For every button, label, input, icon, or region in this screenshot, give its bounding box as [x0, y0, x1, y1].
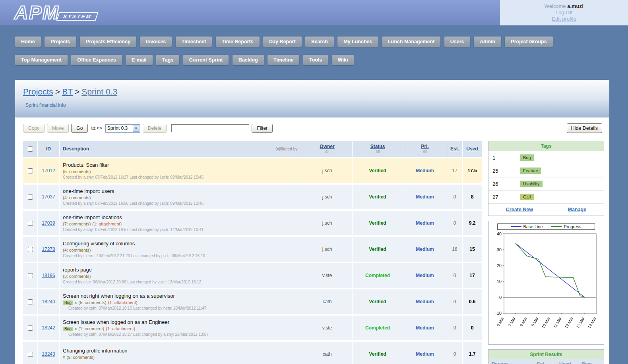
sort-owner[interactable]: Owner [320, 144, 334, 149]
delete-button[interactable]: Delete [143, 124, 167, 133]
issue-id-link[interactable]: 18196 [42, 273, 55, 278]
manage-tags-link[interactable]: Manage [568, 207, 587, 212]
filter-button[interactable]: Filter [252, 124, 273, 133]
sort-id[interactable]: ID [46, 146, 51, 152]
nav-tags[interactable]: Tags [156, 55, 179, 65]
nav-project-groups[interactable]: Project Groups [505, 37, 552, 47]
row-checkbox[interactable] [28, 352, 33, 357]
issue-used: 0 [463, 316, 482, 340]
issue-title: reports page [63, 267, 92, 273]
nav-admin[interactable]: Admin [474, 37, 501, 47]
sprint-financial-info-link[interactable]: Sprint financial info [25, 102, 66, 108]
nav-search[interactable]: Search [305, 37, 334, 47]
issue-id-link[interactable]: 17278 [42, 247, 55, 252]
sprint-results-title: Sprint Results [488, 350, 604, 359]
sort-used[interactable]: Used [466, 146, 478, 152]
log-off-link[interactable]: Log Off [556, 10, 572, 16]
issue-status: Verified [353, 185, 403, 209]
issue-used: 17.5 [463, 158, 482, 183]
issue-priority: Medium [403, 342, 447, 364]
nav-top-management[interactable]: Top Management [15, 55, 68, 65]
row-checkbox[interactable] [28, 195, 33, 200]
nav-users[interactable]: Users [444, 37, 470, 47]
row-checkbox[interactable] [28, 221, 33, 226]
move-button[interactable]: Move [47, 124, 69, 133]
issue-owner: v.ste [302, 263, 352, 288]
breadcrumb-sprint[interactable]: Sprint 0.3 [81, 87, 117, 96]
issue-owner: cath [302, 342, 352, 364]
sort-est[interactable]: Est. [450, 146, 459, 152]
sprint-results-panel: Sprint Results Person Est. Used Rem. [488, 349, 604, 364]
row-checkbox[interactable] [28, 325, 33, 331]
row-checkbox[interactable] [28, 273, 33, 278]
pri-filter-all: All [423, 150, 427, 154]
nav-timeline[interactable]: Timeline [267, 55, 299, 65]
owner-filter-all: All [325, 150, 329, 154]
nav-backlog[interactable]: Backlog [233, 55, 264, 65]
logo-subtext: SYSTEM [56, 12, 98, 21]
tags-panel: Tags 1 Bug 25 Feature 26 Usability 27 GU… [488, 141, 604, 216]
row-checkbox[interactable] [28, 299, 33, 304]
issue-owner: j.sch [302, 158, 352, 183]
sprint-select[interactable]: Sprint 0.3 ▼ [105, 124, 140, 133]
nav-current-sprint[interactable]: Current Sprint [183, 55, 229, 65]
issue-id-link[interactable]: 17039 [42, 220, 55, 226]
clear-filter-link[interactable]: x [277, 147, 279, 151]
sort-pri[interactable]: Pri. [421, 144, 428, 149]
nav-projects-efficiency[interactable]: Projects Efficiency [80, 37, 136, 47]
copy-button[interactable]: Copy [23, 124, 45, 133]
issue-owner: cath [302, 289, 352, 314]
nav-tools[interactable]: Tools [303, 55, 328, 65]
sort-description[interactable]: Description [63, 146, 89, 152]
breadcrumb-bt[interactable]: BT [62, 87, 73, 96]
breadcrumb-projects[interactable]: Projects [23, 87, 53, 96]
create-new-tag-link[interactable]: Create New [506, 207, 533, 212]
nav-invoices[interactable]: Invoices [140, 37, 172, 47]
col-used: Used [559, 361, 581, 364]
select-all-checkbox[interactable] [28, 146, 33, 152]
hide-details-button[interactable]: Hide Details [567, 123, 602, 133]
nav-day-report[interactable]: Day Report [263, 37, 302, 47]
svg-text:12 Mar: 12 Mar [564, 316, 574, 329]
nav-home[interactable]: Home [15, 37, 41, 47]
svg-text:10: 10 [497, 279, 502, 284]
nav-wiki[interactable]: Wiki [332, 55, 354, 65]
remove-tag-icon[interactable]: x [75, 327, 77, 331]
comments-count: (9: comments) [67, 355, 95, 360]
svg-text:10 Mar: 10 Mar [541, 316, 551, 329]
nav-projects[interactable]: Projects [45, 37, 76, 47]
filter-input[interactable] [171, 124, 249, 132]
go-button[interactable]: Go [71, 124, 88, 133]
nav-office-expances[interactable]: Office Expances [71, 55, 122, 65]
issue-used: 17 [463, 263, 482, 288]
burndown-chart-panel: Base Line Progress 403020100-106 Mar7 Ma… [488, 221, 604, 345]
remove-tag-icon[interactable]: x [63, 355, 65, 359]
nav-my-lunches[interactable]: My Lunches [337, 37, 378, 47]
issue-id-link[interactable]: 17037 [42, 194, 55, 200]
nav-timesheet[interactable]: Timesheet [176, 37, 212, 47]
issue-used: 0.6 [463, 289, 482, 314]
issue-id-link[interactable]: 17012 [42, 168, 55, 173]
row-checkbox[interactable] [28, 168, 33, 173]
edit-profile-link[interactable]: Edit profile [552, 16, 576, 22]
table-row: 17012 Products: Scan filter (5: comments… [23, 158, 482, 183]
issue-status: Verified [353, 158, 403, 183]
tag-row: 1 Bug [488, 151, 604, 164]
issue-id-link[interactable]: 18243 [42, 351, 55, 357]
issue-id-link[interactable]: 18240 [42, 299, 55, 304]
issue-history: Created by cath: 07/Mar/2012 18:15 Last … [63, 306, 206, 310]
tag-id: 1 [488, 155, 520, 161]
sort-status[interactable]: Status [370, 144, 385, 149]
row-checkbox[interactable] [28, 247, 33, 252]
nav-lunch-management[interactable]: Lunch Management [382, 37, 440, 47]
issue-title: one-time import: users [63, 188, 114, 194]
issue-priority: Medium [403, 263, 447, 288]
nav-email[interactable]: E-mail [126, 55, 153, 65]
nav-time-reports[interactable]: Time Reports [216, 37, 260, 47]
comments-count: (5: comments) [78, 300, 106, 305]
remove-tag-icon[interactable]: x [75, 300, 77, 305]
issue-id-link[interactable]: 18242 [42, 325, 55, 331]
comments-count: (1: comment) [78, 326, 104, 331]
secondary-nav: Top Management Office Expances E-mail Ta… [0, 55, 628, 65]
table-row: 18240 Screen not right when logging on a… [23, 289, 482, 314]
